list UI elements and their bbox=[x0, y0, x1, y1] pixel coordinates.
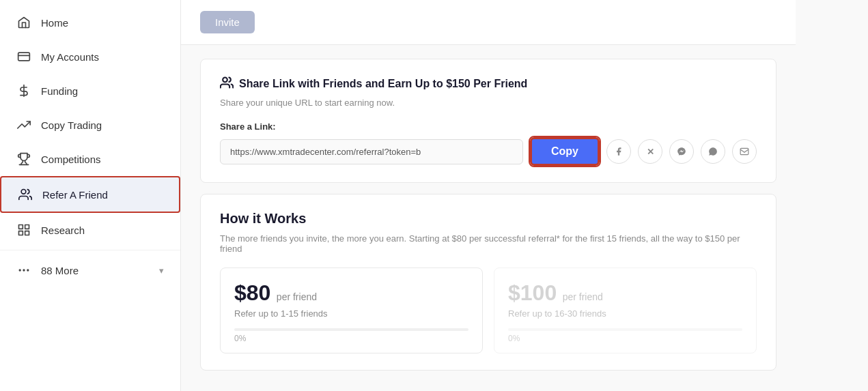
main-content: Invite Share Link with Friends and Earn … bbox=[181, 0, 868, 391]
sidebar-item-more[interactable]: 88 More ▾ bbox=[0, 253, 180, 287]
sidebar-item-competitions[interactable]: Competitions bbox=[0, 142, 180, 176]
home-icon bbox=[16, 15, 31, 30]
sidebar-item-research-label: Research bbox=[41, 225, 164, 236]
tier-1-desc: Refer up to 1-15 friends bbox=[234, 308, 468, 319]
sidebar-item-refer-a-friend[interactable]: Refer A Friend bbox=[0, 176, 180, 213]
invite-section: Invite bbox=[181, 0, 796, 45]
svg-point-9 bbox=[23, 270, 25, 271]
sidebar-item-copy-trading[interactable]: Copy Trading bbox=[0, 108, 180, 142]
facebook-icon[interactable] bbox=[606, 139, 631, 164]
tier-1-progress-bar bbox=[234, 328, 468, 331]
invite-button[interactable]: Invite bbox=[200, 11, 255, 33]
trophy-icon bbox=[16, 151, 31, 166]
tier-1-amount-row: $80 per friend bbox=[234, 280, 468, 306]
svg-point-11 bbox=[223, 78, 227, 83]
twitter-x-icon[interactable]: ✕ bbox=[638, 139, 662, 164]
tier-2-amount: $100 bbox=[508, 280, 557, 305]
svg-rect-4 bbox=[19, 225, 23, 229]
sidebar-item-home-label: Home bbox=[41, 17, 164, 29]
share-link-label: Share a Link: bbox=[220, 121, 757, 132]
how-it-works-desc: The more friends you invite, the more yo… bbox=[220, 233, 757, 254]
share-icon bbox=[220, 76, 234, 92]
tier-1-per-friend: per friend bbox=[277, 291, 317, 302]
sidebar-item-home[interactable]: Home bbox=[0, 5, 180, 40]
social-icons: ✕ bbox=[606, 139, 757, 164]
how-it-works-title: How it Works bbox=[220, 211, 757, 227]
tier-1-amount: $80 bbox=[234, 280, 270, 305]
whatsapp-icon[interactable] bbox=[701, 139, 725, 164]
card-icon bbox=[16, 49, 31, 64]
refer-icon bbox=[18, 187, 33, 202]
tier-1: $80 per friend Refer up to 1-15 friends … bbox=[220, 267, 483, 353]
share-card-title: Share Link with Friends and Earn Up to $… bbox=[220, 76, 757, 92]
tier-1-percent: 0% bbox=[234, 334, 468, 343]
tier-2-amount-row: $100 per friend bbox=[508, 280, 742, 306]
share-row: Copy ✕ bbox=[220, 137, 757, 166]
chevron-down-icon: ▾ bbox=[159, 265, 164, 276]
share-link-card: Share Link with Friends and Earn Up to $… bbox=[200, 59, 776, 183]
sidebar-item-research[interactable]: Research bbox=[0, 213, 180, 247]
share-card-subtitle: Share your unique URL to start earning n… bbox=[220, 98, 757, 108]
svg-rect-6 bbox=[19, 231, 23, 235]
sidebar-item-copy-trading-label: Copy Trading bbox=[41, 119, 164, 131]
copy-button[interactable]: Copy bbox=[530, 137, 600, 166]
tier-2-progress-bar bbox=[508, 328, 742, 331]
how-it-works-card: How it Works The more friends you invite… bbox=[200, 194, 776, 371]
svg-point-8 bbox=[19, 270, 20, 271]
share-link-input[interactable] bbox=[220, 139, 523, 164]
sidebar-item-my-accounts-label: My Accounts bbox=[41, 51, 164, 63]
tier-2-desc: Refer up to 16-30 friends bbox=[508, 308, 742, 319]
messenger-icon[interactable] bbox=[669, 139, 694, 164]
sidebar-item-more-label: 88 More bbox=[41, 265, 150, 276]
sidebar-item-my-accounts[interactable]: My Accounts bbox=[0, 40, 180, 74]
tier-2-per-friend: per friend bbox=[563, 291, 603, 302]
svg-point-3 bbox=[21, 190, 26, 194]
sidebar: Home My Accounts Funding Copy Trading Co… bbox=[0, 0, 181, 391]
sidebar-item-refer-a-friend-label: Refer A Friend bbox=[42, 189, 163, 201]
email-icon[interactable] bbox=[732, 139, 757, 164]
tier-2: $100 per friend Refer up to 16-30 friend… bbox=[494, 267, 757, 353]
copy-trading-icon bbox=[16, 117, 31, 132]
funding-icon bbox=[16, 83, 31, 98]
svg-rect-5 bbox=[25, 225, 29, 229]
svg-rect-0 bbox=[18, 53, 30, 61]
sidebar-item-funding-label: Funding bbox=[41, 85, 164, 97]
sidebar-item-competitions-label: Competitions bbox=[41, 154, 164, 165]
research-icon bbox=[16, 222, 31, 237]
more-icon bbox=[16, 263, 31, 278]
tier-2-percent: 0% bbox=[508, 334, 742, 343]
svg-rect-12 bbox=[740, 148, 748, 154]
svg-rect-7 bbox=[25, 231, 29, 235]
svg-point-10 bbox=[27, 270, 29, 271]
tiers-row: $80 per friend Refer up to 1-15 friends … bbox=[220, 267, 757, 353]
sidebar-item-funding[interactable]: Funding bbox=[0, 74, 180, 108]
